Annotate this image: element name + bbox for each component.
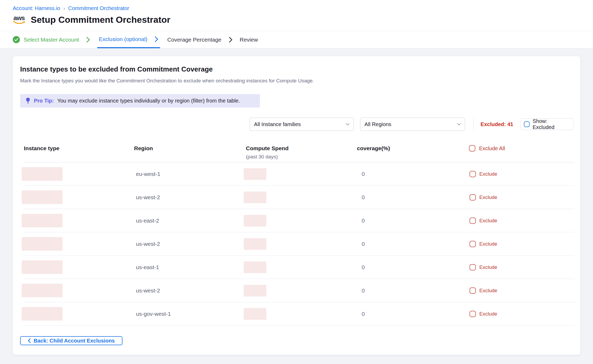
chevron-left-icon [28,338,31,343]
region-cell: us-west-2 [134,287,246,294]
instance-type-redacted [22,237,63,251]
step-exclusion[interactable]: Exclusion (optional) [99,36,147,42]
step-label: Review [240,37,258,43]
compute-spend-redacted [244,308,266,320]
compute-spend-redacted [244,215,266,227]
region-cell: us-gov-west-1 [134,311,246,317]
exclude-checkbox[interactable] [470,171,476,177]
exclude-checkbox[interactable] [470,287,476,294]
card-heading: Instance types to be excluded from Commi… [20,65,213,73]
exclude-label[interactable]: Exclude [479,218,497,224]
instance-type-redacted [22,260,63,274]
step-label: Exclusion (optional) [99,36,147,42]
exclude-label[interactable]: Exclude [479,171,497,177]
region-cell: us-west-2 [134,194,246,201]
table-row: us-east-2 0 Exclude [24,209,574,232]
step-label: Coverage Percentage [167,37,221,43]
aws-logo-icon: aws [13,15,25,24]
back-button[interactable]: Back: Child Account Exclusions [20,336,122,345]
exclude-cell: Exclude [468,217,574,224]
show-excluded-checkbox[interactable] [524,121,530,127]
instance-type-redacted [22,214,63,227]
exclude-cell: Exclude [468,241,574,247]
col-instance-type: Instance type [24,145,134,152]
exclude-cell: Exclude [468,194,574,201]
pro-tip-label: Pro Tip: [34,98,54,104]
step-coverage-percentage[interactable]: Coverage Percentage [167,31,221,48]
lightbulb-icon [25,97,30,104]
exclusion-card: Instance types to be excluded from Commi… [13,56,580,355]
compute-spend-redacted [244,168,266,180]
table-row: us-west-2 0 Exclude [24,279,574,302]
region-cell: us-west-2 [134,241,246,247]
top-header: Account: Harness.io › Commitment Orchest… [0,0,593,31]
filter-bar: All Instance families All Regions Exclud… [250,118,574,131]
show-excluded-label: Show: Excluded [533,118,570,130]
show-excluded-toggle[interactable]: Show: Excluded [520,118,574,130]
instance-type-redacted [22,167,63,181]
compute-spend-redacted [244,261,266,273]
chevron-right-icon [154,36,158,42]
table-body: eu-west-1 0 Exclude us-west-2 0 Exclude … [24,162,574,326]
coverage-cell: 0 [357,194,468,201]
coverage-cell: 0 [357,241,468,247]
vertical-divider [473,118,473,130]
table-row: us-west-2 0 Exclude [24,232,574,256]
check-circle-icon [13,36,20,43]
coverage-cell: 0 [357,287,468,294]
exclude-all-checkbox[interactable] [469,145,475,152]
exclude-label[interactable]: Exclude [479,241,497,247]
col-coverage: coverage(%) [357,145,468,152]
wizard-stepper: Select Master Account Exclusion (optiona… [0,31,593,48]
regions-select[interactable]: All Regions [360,118,465,131]
chevron-right-icon [229,31,233,48]
step-label: Select Master Account [24,37,79,43]
instance-type-redacted [22,307,63,321]
table-header-row: Instance type Region Compute Spend (past… [24,141,574,162]
excluded-count: Excluded: 41 [481,121,513,127]
compute-spend-redacted [244,285,266,296]
coverage-cell: 0 [357,217,468,224]
table-row: us-east-1 0 Exclude [24,256,574,279]
pro-tip-banner: Pro Tip: You may exclude instance types … [20,94,260,108]
pro-tip-text: You may exclude instance types individua… [57,98,240,104]
table-row: us-west-2 0 Exclude [24,186,574,209]
step-review[interactable]: Review [240,31,258,48]
col-compute-spend: Compute Spend (past 30 days) [246,145,357,160]
exclude-label[interactable]: Exclude [479,311,497,317]
exclude-cell: Exclude [468,264,574,270]
chevron-right-icon [86,31,90,48]
exclude-all-label[interactable]: Exclude All [479,145,505,152]
col-exclude-all: Exclude All [468,145,574,152]
compute-spend-redacted [244,192,266,203]
col-compute-spend-subtitle: (past 30 days) [246,154,357,160]
page-title: Setup Commitment Orchestrator [31,15,170,25]
exclude-label[interactable]: Exclude [479,288,497,294]
exclude-checkbox[interactable] [470,264,476,270]
chevron-down-icon [457,123,461,126]
breadcrumb-account-link[interactable]: Account: Harness.io [13,5,60,11]
exclude-checkbox[interactable] [470,311,476,317]
instance-type-redacted [22,284,63,297]
coverage-cell: 0 [357,311,468,317]
exclude-cell: Exclude [468,171,574,177]
region-cell: eu-west-1 [134,171,246,177]
active-step-group: Exclusion (optional) [97,31,160,48]
coverage-cell: 0 [357,171,468,177]
exclude-cell: Exclude [468,311,574,317]
exclude-label[interactable]: Exclude [479,264,497,270]
breadcrumb-separator-icon: › [63,6,65,11]
card-subheading: Mark the Instance types you would like t… [20,78,314,84]
instance-type-redacted [22,190,63,204]
breadcrumb-page-link[interactable]: Commitment Orchestrator [68,5,129,11]
exclude-checkbox[interactable] [470,217,476,224]
page-content: Instance types to be excluded from Commi… [0,48,593,364]
exclude-label[interactable]: Exclude [479,194,497,200]
coverage-cell: 0 [357,264,468,270]
exclude-checkbox[interactable] [470,194,476,201]
chevron-down-icon [346,123,350,126]
instance-families-select[interactable]: All Instance families [250,118,354,131]
region-cell: us-east-2 [134,217,246,224]
exclude-checkbox[interactable] [470,241,476,247]
step-select-master-account[interactable]: Select Master Account [13,31,79,48]
